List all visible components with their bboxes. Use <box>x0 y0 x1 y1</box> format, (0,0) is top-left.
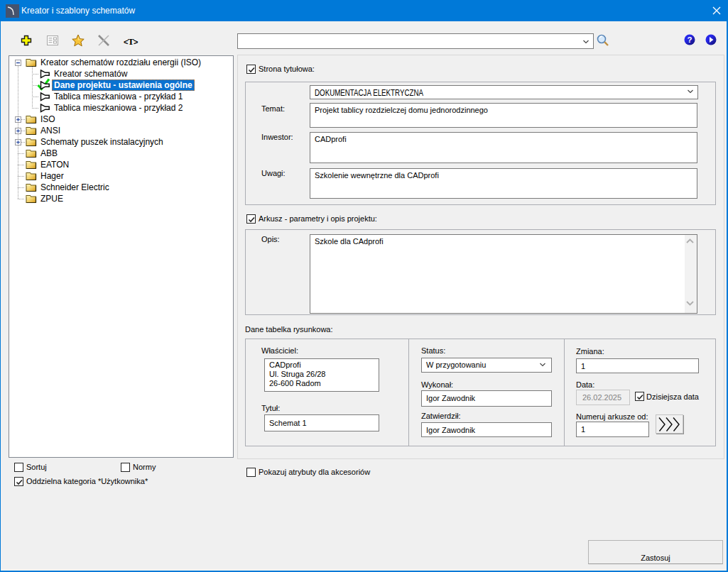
svg-text:?: ? <box>687 35 692 44</box>
